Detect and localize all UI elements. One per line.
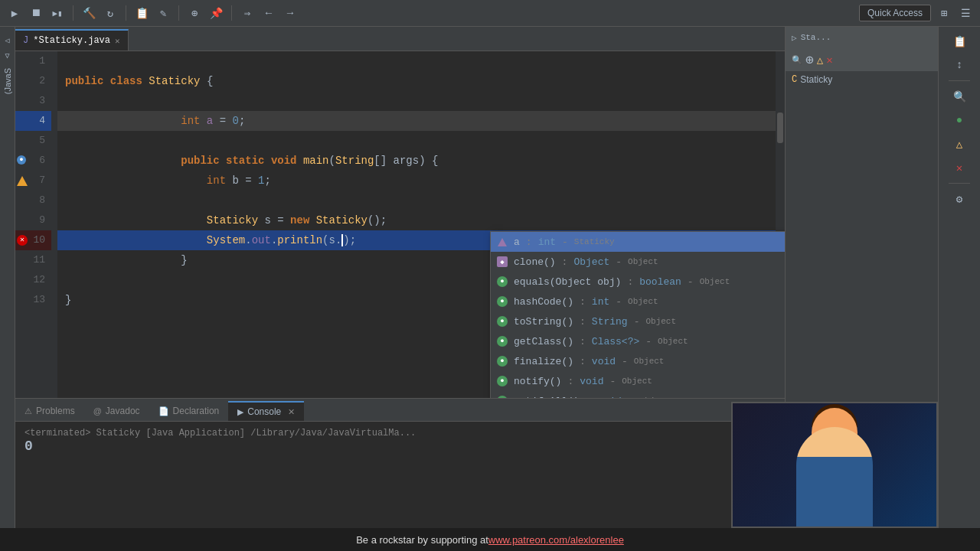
back-icon[interactable]: ← xyxy=(260,5,277,21)
ac-icon-1: ◆ xyxy=(497,256,508,267)
separator-4 xyxy=(231,5,232,21)
ac-icon-3: ● xyxy=(497,296,508,307)
declaration-icon: 📄 xyxy=(158,406,169,416)
run-icon[interactable]: ▶ xyxy=(6,5,23,21)
collapse-down[interactable]: ▽ xyxy=(2,50,14,62)
right-icon-1[interactable]: 📋 xyxy=(949,31,970,52)
ac-dash-8: - xyxy=(628,396,634,399)
ac-label-0: a xyxy=(514,236,520,248)
kw-public: public xyxy=(65,75,103,87)
ac-icon-0 xyxy=(497,236,508,247)
collapse-toggle[interactable]: ◁ xyxy=(2,34,14,47)
ac-dash-0: - xyxy=(562,236,568,248)
ac-origin-3: Object xyxy=(628,297,658,306)
ac-icon-2: ● xyxy=(497,276,508,287)
refresh-icon[interactable]: ↻ xyxy=(102,5,119,21)
right-icon-2[interactable]: ↕ xyxy=(949,54,970,76)
ac-icon-8: ● xyxy=(497,396,508,398)
autocomplete-item-7[interactable]: ● notify() : void - Object xyxy=(491,371,785,391)
ac-label-3: hashCode() xyxy=(514,296,573,308)
forward2-icon[interactable]: → xyxy=(282,5,299,21)
editor-container: J *Staticky.java ✕ 1 2 3 4 5 ● 6 xyxy=(15,27,785,551)
ac-origin-5: Object xyxy=(658,337,688,346)
build-icon[interactable]: 🔨 xyxy=(80,5,97,21)
line-num-2: 2 xyxy=(15,71,51,91)
outline-search-icon[interactable]: 🔍 xyxy=(792,55,802,65)
ac-origin-6: Object xyxy=(634,357,665,366)
tab-close-button[interactable]: ✕ xyxy=(115,36,120,46)
ac-separator-5: : xyxy=(580,336,586,347)
tab-console[interactable]: ▶ Console ✕ xyxy=(228,401,304,421)
line-num-1: 1 xyxy=(15,51,51,71)
separator-3 xyxy=(178,5,179,21)
ac-origin-8: Object xyxy=(640,396,671,398)
debug-icon[interactable]: ▶▮ xyxy=(49,5,66,21)
promo-bar: Be a rockstar by supporting at www.patre… xyxy=(0,528,980,551)
ac-origin-1: Object xyxy=(628,257,658,266)
ac-label-7: notify() xyxy=(514,376,561,387)
ac-type-4: String xyxy=(592,316,628,328)
quick-access-button[interactable]: Quick Access xyxy=(859,5,931,21)
right-icon-3[interactable]: 🔍 xyxy=(949,86,970,107)
ac-label-4: toString() xyxy=(514,316,573,328)
ac-origin-0: Staticky xyxy=(574,237,615,246)
outline-class-name: Staticky xyxy=(800,74,832,85)
autocomplete-item-4[interactable]: ● toString() : String - Object xyxy=(491,311,785,331)
tab-javadoc[interactable]: @ Javadoc xyxy=(84,401,149,421)
outline-toolbar: 🔍 ⊕ △ ✕ xyxy=(786,48,938,71)
var-a: a xyxy=(207,115,213,127)
code-line-2: public class Staticky { xyxy=(57,71,785,91)
ac-dash-6: - xyxy=(622,356,628,367)
right-sep-2 xyxy=(949,183,970,184)
autocomplete-item-1[interactable]: ◆ clone() : Object - Object xyxy=(491,252,785,272)
person-body xyxy=(796,427,873,527)
grid-icon[interactable]: ⊞ xyxy=(936,5,952,21)
line-num-9: 9 xyxy=(15,210,51,230)
ac-label-6: finalize() xyxy=(514,356,573,367)
pin-icon[interactable]: 📌 xyxy=(207,5,224,21)
outline-class-icon: ⊕ xyxy=(805,51,814,68)
classname-staticky: Staticky xyxy=(149,75,200,87)
tab-problems[interactable]: ⚠ Problems xyxy=(15,401,84,421)
console-close-icon[interactable]: ✕ xyxy=(288,407,295,417)
stop-icon[interactable]: ⏹ xyxy=(28,5,44,21)
autocomplete-item-2[interactable]: ● equals(Object obj) : boolean - Object xyxy=(491,272,785,292)
left-sidebar-label: (JavaS xyxy=(0,65,15,97)
autocomplete-item-6[interactable]: ● finalize() : void - Object xyxy=(491,351,785,371)
right-icon-6[interactable]: ✕ xyxy=(949,157,970,178)
autocomplete-dropdown[interactable]: a : int - Staticky ◆ clone() : Object - xyxy=(490,231,785,398)
right-icon-5[interactable]: △ xyxy=(949,133,970,155)
ac-type-2: boolean xyxy=(639,276,681,288)
editor-tab-staticky[interactable]: J *Staticky.java ✕ xyxy=(15,29,129,51)
ac-label-2: equals(Object obj) xyxy=(514,276,621,288)
promo-link[interactable]: www.patreon.com/alexlorenlee xyxy=(488,534,624,546)
ac-label-8: notifyAll() xyxy=(514,396,580,399)
autocomplete-item-0[interactable]: a : int - Staticky xyxy=(491,232,785,252)
tab-declaration[interactable]: 📄 Declaration xyxy=(149,401,229,421)
kw-int-4: int xyxy=(181,115,200,127)
line-num-10: ✕ 10 xyxy=(15,230,51,250)
line-num-3: 3 xyxy=(15,91,51,111)
autocomplete-item-8[interactable]: ● notifyAll() : void - Object xyxy=(491,391,785,398)
code-editor[interactable]: 1 2 3 4 5 ● 6 7 8 9 ✕ xyxy=(15,51,785,398)
outline-item-staticky[interactable]: C Staticky xyxy=(786,71,938,88)
ac-separator-6: : xyxy=(580,356,586,367)
ac-icon-5: ● xyxy=(497,336,508,347)
autocomplete-item-3[interactable]: ● hashCode() : int - Object xyxy=(491,292,785,311)
line-num-6: ● 6 xyxy=(15,151,51,171)
right-icon-4[interactable]: ● xyxy=(949,109,970,131)
copy-icon[interactable]: 📋 xyxy=(133,5,150,21)
ac-icon-6: ● xyxy=(497,356,508,367)
menu-icon[interactable]: ☰ xyxy=(957,5,974,21)
ac-type-1: Object xyxy=(573,256,609,268)
right-tool-panel: 📋 ↕ 🔍 ● △ ✕ ⚙ xyxy=(938,27,980,551)
autocomplete-item-5[interactable]: ● getClass() : Class<?> - Object xyxy=(491,331,785,351)
tab-console-label: Console xyxy=(247,406,281,417)
target-icon[interactable]: ⊕ xyxy=(186,5,203,21)
ac-origin-4: Object xyxy=(645,317,676,326)
edit-icon[interactable]: ✎ xyxy=(155,5,172,21)
right-icon-7[interactable]: ⚙ xyxy=(949,188,970,210)
ac-triangle-icon xyxy=(498,238,507,246)
forward-icon[interactable]: ⇒ xyxy=(239,5,256,21)
promo-text: Be a rockstar by supporting at xyxy=(356,534,488,546)
